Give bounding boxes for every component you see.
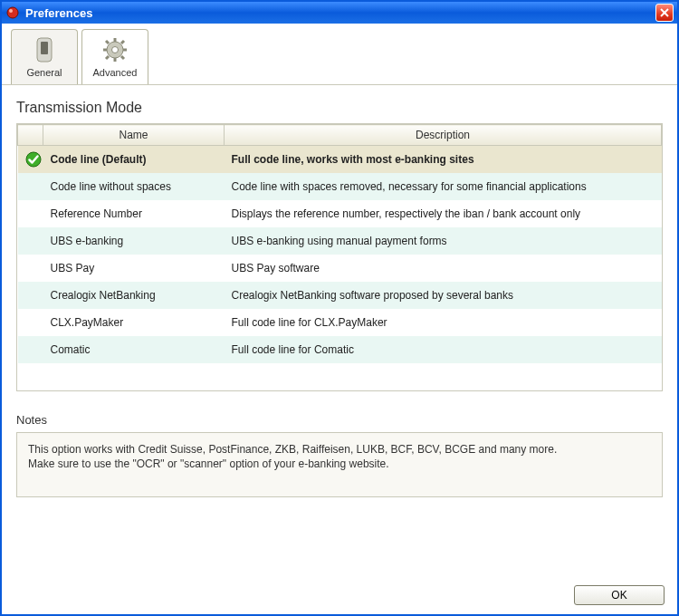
row-description: UBS Pay software [225, 255, 662, 282]
notes-line: Make sure to use the "OCR" or "scanner" … [28, 457, 651, 471]
close-icon [660, 8, 669, 17]
tabstrip: General [2, 24, 677, 85]
app-icon [5, 5, 20, 20]
table-row[interactable]: ComaticFull code line for Comatic [18, 336, 662, 363]
ok-button[interactable]: OK [574, 585, 665, 605]
close-button[interactable] [655, 4, 674, 22]
table-row[interactable]: UBS PayUBS Pay software [18, 255, 662, 282]
gear-icon [101, 36, 129, 63]
tab-label: Advanced [93, 67, 138, 78]
svg-rect-5 [41, 42, 48, 54]
row-description: UBS e-banking using manual payment forms [225, 227, 662, 255]
row-name: Crealogix NetBanking [43, 282, 225, 309]
svg-point-1 [9, 9, 13, 13]
notes-heading: Notes [16, 413, 663, 427]
row-name: CLX.PayMaker [43, 309, 225, 336]
row-description: Displays the reference number, respectiv… [225, 200, 662, 227]
table-row[interactable]: Code line without spacesCode line with s… [18, 173, 662, 200]
svg-line-14 [121, 41, 124, 43]
table-row[interactable]: Crealogix NetBankingCrealogix NetBanking… [18, 282, 662, 309]
row-name: Code line (Default) [43, 146, 225, 174]
table-row[interactable]: Code line (Default)Full code line, works… [18, 146, 662, 174]
row-name: Code line without spaces [43, 173, 225, 200]
row-selected-icon-cell [18, 200, 43, 227]
row-description: Full code line, works with most e-bankin… [225, 146, 662, 174]
row-selected-icon-cell [18, 227, 43, 255]
tab-label: General [26, 67, 62, 78]
row-selected-icon-cell [18, 255, 43, 282]
row-name: UBS Pay [43, 255, 225, 282]
row-selected-icon-cell [18, 309, 43, 336]
row-name: Comatic [43, 336, 225, 363]
row-description: Code line with spaces removed, necessary… [225, 173, 662, 200]
row-selected-icon-cell [18, 146, 43, 174]
table-header-row: Name Description [18, 125, 662, 146]
svg-point-0 [7, 7, 18, 18]
content-area: Transmission Mode Name Description Code … [2, 85, 677, 578]
row-selected-icon-cell [18, 336, 43, 363]
row-selected-icon-cell [18, 282, 43, 309]
table-row[interactable]: Reference NumberDisplays the reference n… [18, 200, 662, 227]
check-icon [25, 151, 42, 168]
table-blank-row [18, 363, 662, 390]
transmission-table: Name Description Code line (Default)Full… [16, 123, 663, 391]
svg-line-15 [106, 56, 109, 59]
tab-advanced[interactable]: Advanced [81, 29, 148, 84]
svg-point-7 [112, 47, 119, 53]
device-icon [31, 36, 58, 63]
table-header-check[interactable] [18, 125, 43, 146]
row-name: UBS e-banking [43, 227, 225, 255]
row-selected-icon-cell [18, 173, 43, 200]
notes-box: This option works with Credit Suisse, Po… [16, 432, 663, 497]
table-row[interactable]: CLX.PayMakerFull code line for CLX.PayMa… [18, 309, 662, 336]
row-description: Full code line for Comatic [225, 336, 662, 363]
row-description: Crealogix NetBanking software proposed b… [225, 282, 662, 309]
transmission-heading: Transmission Mode [16, 100, 663, 116]
row-description: Full code line for CLX.PayMaker [225, 309, 662, 336]
row-name: Reference Number [43, 200, 225, 227]
tab-general[interactable]: General [11, 29, 78, 84]
svg-line-12 [106, 41, 109, 43]
table-header-name[interactable]: Name [43, 125, 225, 146]
table-header-desc[interactable]: Description [225, 125, 662, 146]
preferences-window: Preferences General [0, 0, 679, 616]
svg-line-13 [121, 56, 124, 59]
titlebar: Preferences [2, 2, 677, 24]
button-bar: OK [2, 578, 677, 614]
table-row[interactable]: UBS e-bankingUBS e-banking using manual … [18, 227, 662, 255]
window-title: Preferences [25, 6, 655, 20]
notes-line: This option works with Credit Suisse, Po… [28, 442, 651, 457]
